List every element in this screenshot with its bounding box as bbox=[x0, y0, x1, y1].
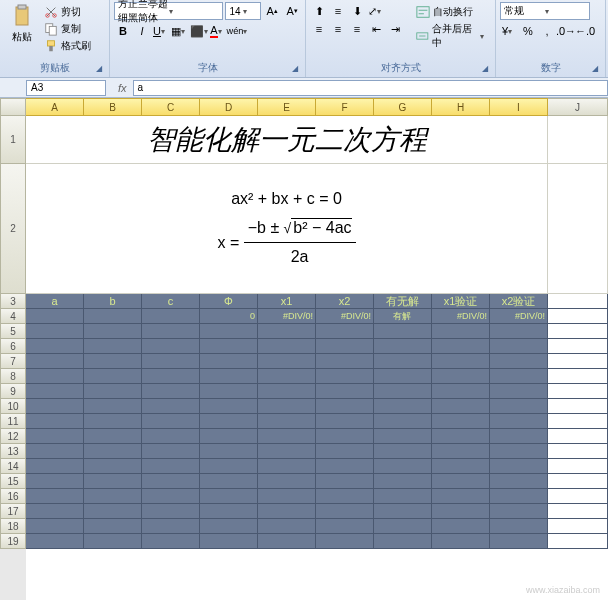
cell[interactable] bbox=[84, 429, 142, 444]
font-color-button[interactable]: A▾ bbox=[209, 22, 227, 40]
col-header[interactable]: J bbox=[548, 98, 608, 116]
cell[interactable] bbox=[84, 369, 142, 384]
row-header[interactable]: 6 bbox=[0, 339, 26, 354]
cell[interactable] bbox=[200, 459, 258, 474]
comma-button[interactable]: , bbox=[538, 22, 556, 40]
cell[interactable] bbox=[490, 489, 548, 504]
cell[interactable] bbox=[374, 414, 432, 429]
cell[interactable] bbox=[258, 384, 316, 399]
cell[interactable] bbox=[142, 354, 200, 369]
select-all-corner[interactable] bbox=[0, 98, 26, 116]
row-header[interactable]: 5 bbox=[0, 324, 26, 339]
percent-button[interactable]: % bbox=[519, 22, 537, 40]
cell[interactable] bbox=[200, 474, 258, 489]
cell[interactable] bbox=[316, 534, 374, 549]
cell[interactable] bbox=[84, 459, 142, 474]
cell[interactable] bbox=[316, 504, 374, 519]
align-middle-button[interactable]: ≡ bbox=[329, 2, 347, 20]
cell[interactable] bbox=[548, 519, 608, 534]
cell[interactable] bbox=[374, 534, 432, 549]
cell[interactable] bbox=[200, 534, 258, 549]
name-box[interactable]: A3 bbox=[26, 80, 106, 96]
align-top-button[interactable]: ⬆ bbox=[310, 2, 328, 20]
cell[interactable] bbox=[548, 369, 608, 384]
cell[interactable] bbox=[200, 369, 258, 384]
cell[interactable] bbox=[316, 369, 374, 384]
cell[interactable] bbox=[490, 474, 548, 489]
formula-cell[interactable]: ax² + bx + c = 0 x = −b ± √b² − 4ac2a bbox=[26, 164, 548, 294]
cell[interactable] bbox=[142, 474, 200, 489]
cell[interactable] bbox=[26, 369, 84, 384]
cell[interactable]: x1 bbox=[258, 294, 316, 309]
paste-button[interactable]: 粘贴 bbox=[4, 2, 40, 56]
cell[interactable] bbox=[258, 444, 316, 459]
cell[interactable] bbox=[316, 489, 374, 504]
cell[interactable] bbox=[258, 519, 316, 534]
cell[interactable] bbox=[548, 534, 608, 549]
cell[interactable] bbox=[316, 519, 374, 534]
cell[interactable] bbox=[316, 399, 374, 414]
col-header[interactable]: A bbox=[26, 98, 84, 116]
cell[interactable] bbox=[432, 474, 490, 489]
col-header[interactable]: H bbox=[432, 98, 490, 116]
cell[interactable] bbox=[142, 489, 200, 504]
row-header[interactable]: 14 bbox=[0, 459, 26, 474]
cell[interactable] bbox=[432, 444, 490, 459]
cell[interactable] bbox=[26, 384, 84, 399]
row-header[interactable]: 3 bbox=[0, 294, 26, 309]
cell[interactable] bbox=[490, 354, 548, 369]
cell[interactable] bbox=[490, 369, 548, 384]
cell[interactable] bbox=[26, 504, 84, 519]
cell[interactable] bbox=[200, 489, 258, 504]
cell[interactable] bbox=[432, 519, 490, 534]
cell[interactable] bbox=[316, 459, 374, 474]
cell[interactable] bbox=[548, 504, 608, 519]
row-header[interactable]: 8 bbox=[0, 369, 26, 384]
cell[interactable] bbox=[374, 384, 432, 399]
cell[interactable] bbox=[548, 489, 608, 504]
align-right-button[interactable]: ≡ bbox=[348, 20, 366, 38]
cell[interactable] bbox=[258, 339, 316, 354]
cell[interactable] bbox=[548, 309, 608, 324]
number-launcher[interactable]: ◢ bbox=[592, 64, 602, 74]
cell[interactable] bbox=[258, 324, 316, 339]
col-header[interactable]: G bbox=[374, 98, 432, 116]
cell[interactable] bbox=[200, 384, 258, 399]
row-header[interactable]: 15 bbox=[0, 474, 26, 489]
cell[interactable] bbox=[490, 534, 548, 549]
cell[interactable] bbox=[374, 339, 432, 354]
format-painter-button[interactable]: 格式刷 bbox=[42, 38, 93, 54]
cell[interactable] bbox=[142, 339, 200, 354]
cell[interactable] bbox=[142, 399, 200, 414]
cell[interactable] bbox=[142, 369, 200, 384]
cell[interactable] bbox=[374, 504, 432, 519]
col-header[interactable]: F bbox=[316, 98, 374, 116]
cell[interactable] bbox=[548, 414, 608, 429]
cell[interactable] bbox=[26, 474, 84, 489]
cell[interactable] bbox=[258, 399, 316, 414]
cell[interactable]: 有解 bbox=[374, 309, 432, 324]
cell[interactable] bbox=[26, 534, 84, 549]
cell[interactable] bbox=[142, 384, 200, 399]
cell[interactable] bbox=[374, 474, 432, 489]
number-format-combo[interactable]: 常规▾ bbox=[500, 2, 590, 20]
cell[interactable] bbox=[84, 444, 142, 459]
font-size-combo[interactable]: 14▾ bbox=[225, 2, 261, 20]
cell[interactable] bbox=[316, 474, 374, 489]
col-header[interactable]: C bbox=[142, 98, 200, 116]
cell[interactable] bbox=[258, 474, 316, 489]
cell[interactable] bbox=[200, 399, 258, 414]
cell[interactable] bbox=[374, 459, 432, 474]
cell[interactable] bbox=[490, 339, 548, 354]
align-center-button[interactable]: ≡ bbox=[329, 20, 347, 38]
cell[interactable] bbox=[374, 519, 432, 534]
cell[interactable] bbox=[490, 399, 548, 414]
cell[interactable] bbox=[548, 354, 608, 369]
col-header[interactable]: B bbox=[84, 98, 142, 116]
cell[interactable] bbox=[432, 339, 490, 354]
row-header[interactable]: 17 bbox=[0, 504, 26, 519]
cell[interactable] bbox=[258, 429, 316, 444]
cell[interactable] bbox=[200, 414, 258, 429]
wrap-text-button[interactable]: 自动换行 bbox=[414, 4, 489, 20]
cell[interactable] bbox=[432, 399, 490, 414]
